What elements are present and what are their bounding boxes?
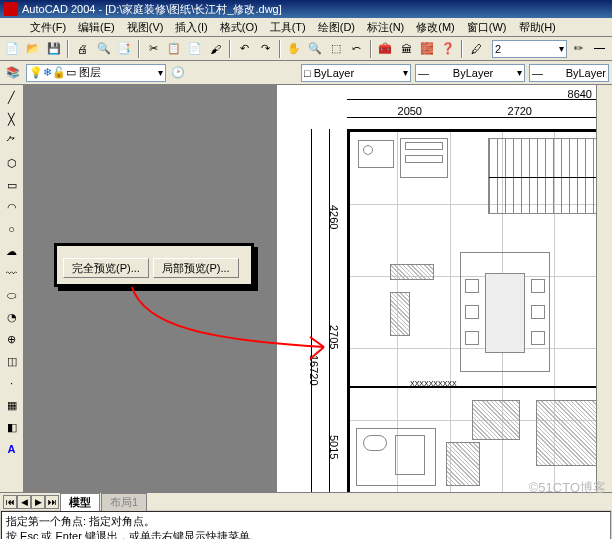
vertical-scrollbar[interactable] — [596, 85, 612, 492]
zoom-prev-icon[interactable]: ⤺ — [347, 39, 366, 59]
tab-prev-icon[interactable]: ◀ — [17, 495, 31, 509]
menu-insert[interactable]: 插入(I) — [169, 20, 213, 35]
floor-plan: XXXXXXXXXX — [347, 129, 612, 492]
hatch-icon[interactable]: ▦ — [2, 395, 22, 415]
linetype-combo[interactable]: — ByLayer▾ — [415, 64, 525, 82]
cut-icon[interactable]: ✂ — [144, 39, 163, 59]
pline-icon[interactable]: ⺈ — [2, 131, 22, 151]
dim-side-total: 16720 — [308, 355, 320, 386]
app-icon — [4, 2, 18, 16]
lineweight-combo[interactable]: 2▾ — [492, 40, 567, 58]
partial-preview-button[interactable]: 局部预览(P)... — [153, 258, 239, 278]
tab-layout1[interactable]: 布局1 — [101, 493, 147, 511]
rect-icon[interactable]: ▭ — [2, 175, 22, 195]
cmd-line-1: 指定第一个角点: 指定对角点。 — [6, 514, 606, 529]
print-icon[interactable]: 🖨 — [73, 39, 92, 59]
spline-icon[interactable]: 〰 — [2, 263, 22, 283]
region-icon[interactable]: ◧ — [2, 417, 22, 437]
standard-style-icon[interactable]: ✏ — [569, 39, 588, 59]
menu-edit[interactable]: 编辑(E) — [72, 20, 121, 35]
menu-file[interactable]: 文件(F) — [24, 20, 72, 35]
point-icon[interactable]: · — [2, 373, 22, 393]
menu-draw[interactable]: 绘图(D) — [312, 20, 361, 35]
draw-toolbar: ╱ ╳ ⺈ ⬡ ▭ ◠ ○ ☁ 〰 ⬭ ◔ ⊕ ◫ · ▦ ◧ A — [0, 85, 24, 492]
ellipse-arc-icon[interactable]: ◔ — [2, 307, 22, 327]
zoom-win-icon[interactable]: ⬚ — [326, 39, 345, 59]
match-icon[interactable]: 🖌 — [206, 39, 225, 59]
menu-format[interactable]: 格式(O) — [214, 20, 264, 35]
tab-first-icon[interactable]: ⏮ — [3, 495, 17, 509]
copy-icon[interactable]: 📋 — [165, 39, 184, 59]
tab-next-icon[interactable]: ▶ — [31, 495, 45, 509]
title-bar: AutoCAD 2004 - [D:\家庭装修\图纸\长江村_修改.dwg] — [0, 0, 612, 18]
arc-icon[interactable]: ◠ — [2, 197, 22, 217]
menu-help[interactable]: 帮助(H) — [513, 20, 562, 35]
color-combo[interactable]: □ ByLayer▾ — [301, 64, 411, 82]
circle-icon[interactable]: ○ — [2, 219, 22, 239]
menu-view[interactable]: 视图(V) — [121, 20, 170, 35]
dcenter-icon[interactable]: 🏛 — [397, 39, 416, 59]
tab-model[interactable]: 模型 — [60, 493, 100, 511]
line-icon[interactable]: ╱ — [2, 87, 22, 107]
tab-last-icon[interactable]: ⏭ — [45, 495, 59, 509]
properties-icon[interactable]: 🧰 — [376, 39, 395, 59]
layer-toolbar: 📚 💡❄🔓▭ 图层 ▾ 🕑 □ ByLayer▾ — ByLayer▾ — By… — [0, 61, 612, 85]
preview-popup: 完全预览(P)... 局部预览(P)... — [54, 243, 254, 287]
layer-label: 图层 — [79, 65, 101, 80]
command-window[interactable]: 指定第一个角点: 指定对角点。 按 Esc 或 Enter 键退出，或单击右键显… — [1, 511, 611, 539]
menu-dim[interactable]: 标注(N) — [361, 20, 410, 35]
text-icon[interactable]: A — [2, 439, 22, 459]
menu-modify[interactable]: 修改(M) — [410, 20, 461, 35]
menu-bar: 文件(F) 编辑(E) 视图(V) 插入(I) 格式(O) 工具(T) 绘图(D… — [0, 18, 612, 37]
ellipse-icon[interactable]: ⬭ — [2, 285, 22, 305]
cmd-line-2: 按 Esc 或 Enter 键退出，或单击右键显示快捷菜单。 — [6, 529, 606, 539]
watermark: ©51CTO博客 — [529, 479, 606, 497]
layer-manager-icon[interactable]: 📚 — [3, 63, 23, 83]
pan-icon[interactable]: ✋ — [285, 39, 304, 59]
paper-space: 8640 2050 2720 — [277, 85, 612, 492]
publish-icon[interactable]: 📑 — [115, 39, 134, 59]
save-icon[interactable]: 💾 — [45, 39, 64, 59]
undo-icon[interactable]: ↶ — [235, 39, 254, 59]
insert-icon[interactable]: ⊕ — [2, 329, 22, 349]
menu-window[interactable]: 窗口(W) — [461, 20, 513, 35]
help-icon[interactable]: ❓ — [438, 39, 457, 59]
brush-icon[interactable]: 🖊 — [467, 39, 486, 59]
revcloud-icon[interactable]: ☁ — [2, 241, 22, 261]
xline-icon[interactable]: ╳ — [2, 109, 22, 129]
main-area: ╱ ╳ ⺈ ⬡ ▭ ◠ ○ ☁ 〰 ⬭ ◔ ⊕ ◫ · ▦ ◧ A 8640 2… — [0, 85, 612, 492]
dim-top-right: 2720 — [508, 105, 532, 117]
window-title: AutoCAD 2004 - [D:\家庭装修\图纸\长江村_修改.dwg] — [22, 2, 282, 17]
layer-combo[interactable]: 💡❄🔓▭ 图层 ▾ — [26, 64, 166, 82]
layer-prev-icon[interactable]: 🕑 — [168, 63, 188, 83]
paste-icon[interactable]: 📄 — [186, 39, 205, 59]
layout-tabs: ⏮ ◀ ▶ ⏭ 模型 布局1 — [0, 492, 612, 510]
redo-icon[interactable]: ↷ — [256, 39, 275, 59]
menu-tools[interactable]: 工具(T) — [264, 20, 312, 35]
dim-top-left: 2050 — [398, 105, 422, 117]
open-icon[interactable]: 📂 — [24, 39, 43, 59]
zoom-rt-icon[interactable]: 🔍 — [306, 39, 325, 59]
preview-icon[interactable]: 🔍 — [94, 39, 113, 59]
lineweight-combo-2[interactable]: — ByLayer — [529, 64, 609, 82]
standard-toolbar: 📄 📂 💾 🖨 🔍 📑 ✂ 📋 📄 🖌 ↶ ↷ ✋ 🔍 ⬚ ⤺ 🧰 🏛 🧱 ❓ … — [0, 37, 612, 61]
full-preview-button[interactable]: 完全预览(P)... — [63, 258, 149, 278]
toolpal-icon[interactable]: 🧱 — [418, 39, 437, 59]
polygon-icon[interactable]: ⬡ — [2, 153, 22, 173]
drawing-canvas[interactable]: 8640 2050 2720 — [24, 85, 612, 492]
new-icon[interactable]: 📄 — [3, 39, 22, 59]
block-icon[interactable]: ◫ — [2, 351, 22, 371]
